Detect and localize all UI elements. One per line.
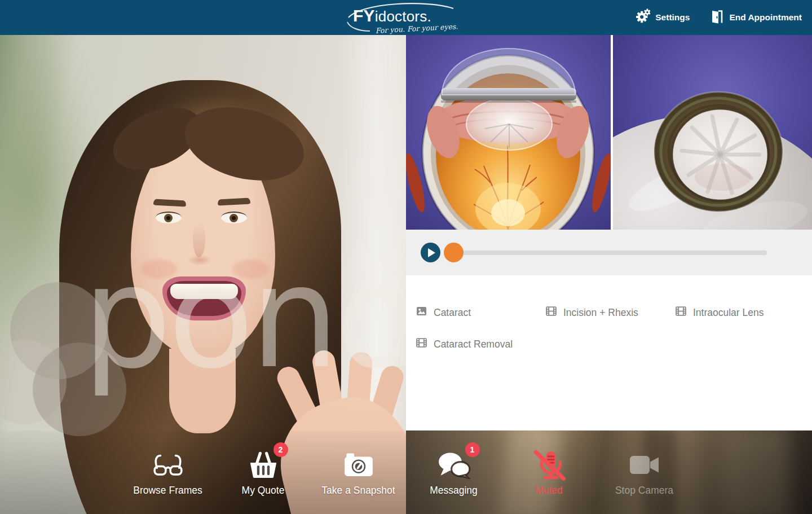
stop-camera-label: Stop Camera [615, 485, 673, 497]
microphone-muted-icon [531, 447, 567, 483]
mute-toggle-button[interactable]: Muted [501, 430, 597, 514]
film-icon [416, 337, 427, 352]
snapshot-camera-icon [342, 447, 375, 483]
chapter-item-incision-rhexis[interactable]: Incision + Rhexis [545, 301, 675, 324]
procedure-video-panels [406, 35, 812, 230]
header-actions: Settings End Appointment [636, 0, 802, 35]
bottom-control-bar: Browse Frames 2 M [0, 430, 812, 514]
telehealth-appointment-app: FYidoctors. For you. For your eyes. [0, 0, 812, 514]
browse-frames-button[interactable]: Browse Frames [120, 430, 215, 514]
intraocular-lens-image [613, 35, 812, 230]
stop-camera-button[interactable]: Stop Camera [597, 430, 692, 514]
pupil [166, 216, 170, 220]
basket-icon: 2 [248, 447, 279, 483]
patient-eye-left [156, 212, 182, 223]
chapter-item-intraocular-lens[interactable]: Intraocular Lens [675, 301, 805, 324]
chapter-label: Intraocular Lens [693, 307, 764, 319]
video-scrub-bar [406, 230, 812, 275]
end-appointment-label: End Appointment [729, 12, 802, 23]
film-icon [675, 305, 687, 320]
image-icon [416, 305, 427, 320]
quote-count-badge: 2 [273, 442, 288, 457]
iris [164, 214, 173, 222]
header-bar: FYidoctors. For you. For your eyes. [0, 0, 812, 35]
chapter-label: Cataract Removal [434, 339, 513, 350]
pupil [232, 216, 236, 220]
brand-text: FYidoctors. [353, 6, 431, 25]
my-quote-button[interactable]: 2 My Quote [215, 430, 311, 514]
chapter-item-cataract[interactable]: Cataract [416, 301, 545, 324]
chapter-label: Cataract [434, 307, 471, 319]
chat-bubbles-icon: 1 [437, 447, 471, 483]
brand-rest: idoctors. [375, 8, 431, 25]
browse-frames-label: Browse Frames [133, 485, 202, 497]
patient-eye-right [221, 212, 247, 223]
messaging-button[interactable]: 1 Messaging [406, 430, 501, 514]
video-chapter-list: Cataract Incision + Rhexis [406, 275, 812, 430]
exit-door-icon [710, 9, 724, 27]
chapter-item-cataract-removal[interactable]: Cataract Removal [416, 333, 545, 355]
iris [230, 214, 238, 222]
message-count-badge: 1 [465, 442, 480, 457]
take-snapshot-label: Take a Snapshot [321, 485, 395, 497]
progress-track[interactable] [454, 251, 767, 255]
my-quote-label: My Quote [242, 485, 285, 497]
take-snapshot-button[interactable]: Take a Snapshot [311, 430, 406, 514]
chapter-label: Incision + Rhexis [563, 307, 638, 319]
play-button[interactable] [421, 243, 440, 262]
settings-button[interactable]: Settings [636, 8, 690, 27]
glasses-icon [152, 447, 184, 483]
scrubber-handle[interactable] [444, 243, 464, 262]
film-icon [545, 305, 557, 320]
brand-fy: FY [353, 6, 375, 25]
end-appointment-button[interactable]: End Appointment [710, 9, 802, 27]
video-camera-icon [628, 447, 661, 483]
fyidoctors-logo: FYidoctors. For you. For your eyes. [344, 2, 468, 34]
play-icon [428, 248, 435, 257]
cataract-eye-cross-section-image [406, 35, 611, 230]
settings-label: Settings [655, 12, 690, 23]
muted-label: Muted [535, 485, 563, 497]
stock-watermark-text: pond5 [82, 247, 406, 388]
controls-row: Browse Frames 2 M [120, 430, 692, 514]
messaging-label: Messaging [430, 485, 478, 497]
chapter-grid: Cataract Incision + Rhexis [416, 301, 812, 355]
gears-icon [636, 8, 650, 27]
